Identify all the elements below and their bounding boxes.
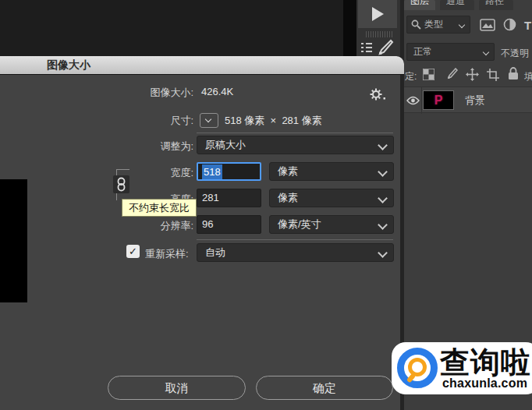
dialog-title: 图像大小 xyxy=(47,56,90,74)
constrain-bracket-bottom xyxy=(116,193,118,200)
canvas-edge xyxy=(343,0,356,56)
tab-paths[interactable]: 路径 xyxy=(479,0,513,10)
blend-mode-select[interactable]: 正常 xyxy=(406,43,495,61)
resolution-label: 分辨率: xyxy=(0,219,193,233)
fit-to-select[interactable]: 原稿大小 xyxy=(197,136,394,154)
layer-row-background[interactable]: P 背景 xyxy=(404,87,532,113)
divider xyxy=(421,87,422,114)
chevron-down-icon xyxy=(459,22,465,28)
check-icon: ✓ xyxy=(129,246,137,257)
dimensions-label: 尺寸: xyxy=(0,114,193,128)
eye-icon[interactable] xyxy=(406,96,420,105)
chevron-down-icon xyxy=(378,193,388,203)
lock-fill-label: 填 xyxy=(524,70,532,83)
layer-thumbnail-letter: P xyxy=(434,94,443,107)
magnifier-logo-icon xyxy=(397,348,438,388)
ok-button[interactable]: 确定 xyxy=(256,376,393,400)
panel-dock-strip xyxy=(356,0,400,56)
fit-to-label: 调整为: xyxy=(0,140,193,154)
text-filter-icon[interactable]: T xyxy=(524,19,531,32)
resample-label: 重新采样: xyxy=(145,247,189,261)
image-filter-icon[interactable] xyxy=(480,19,495,31)
tab-layers[interactable]: 图层 xyxy=(404,0,435,10)
dimensions-dropdown-button[interactable] xyxy=(200,113,218,128)
lock-label: 定: xyxy=(405,70,417,83)
cancel-button[interactable]: 取消 xyxy=(108,376,246,400)
blend-mode-value: 正常 xyxy=(413,44,432,60)
canvas-area xyxy=(0,0,343,56)
tab-channels-label: 通道 xyxy=(446,0,465,8)
link-icon xyxy=(117,177,126,192)
chevron-down-icon xyxy=(483,49,489,55)
lock-transparency-checkerboard-icon[interactable] xyxy=(423,69,434,80)
tab-paths-label: 路径 xyxy=(485,0,504,8)
tooltip: 不约束长宽比 xyxy=(122,199,197,217)
width-unit-value: 像素 xyxy=(278,163,298,180)
constrain-link-button[interactable] xyxy=(113,175,129,193)
image-size-label: 图像大小: xyxy=(0,86,193,100)
height-unit-value: 像素 xyxy=(278,189,298,207)
chevron-down-icon xyxy=(378,140,388,150)
cancel-button-label: 取消 xyxy=(165,381,189,394)
resample-value: 自动 xyxy=(205,244,225,261)
width-unit-select[interactable]: 像素 xyxy=(269,162,394,181)
adjustment-filter-icon[interactable] xyxy=(503,18,516,31)
tab-layers-label: 图层 xyxy=(410,0,429,8)
chevron-down-icon xyxy=(378,167,388,177)
width-label: 宽度: xyxy=(0,166,193,180)
tab-channels[interactable]: 通道 xyxy=(440,0,474,10)
resolution-input[interactable]: 96 xyxy=(197,215,261,234)
photoshop-window: 图层 通道 路径 类型 xyxy=(0,0,532,410)
layer-filter-kind-label: 类型 xyxy=(424,16,443,33)
lock-artboard-crop-icon[interactable] xyxy=(487,69,499,81)
chevron-down-icon xyxy=(205,116,211,122)
lock-all-lock-icon[interactable] xyxy=(508,67,519,80)
divider xyxy=(197,133,393,133)
resample-checkbox[interactable]: ✓ xyxy=(126,245,140,258)
layer-name: 背景 xyxy=(465,87,485,114)
brush-dock-icon[interactable] xyxy=(374,39,394,56)
dock-grip-handle[interactable] xyxy=(366,31,392,37)
height-input[interactable]: 281 xyxy=(197,189,261,207)
chevron-down-icon xyxy=(378,220,388,230)
properties-list-icon[interactable] xyxy=(360,41,375,55)
divider xyxy=(197,239,393,240)
layer-filter-kind-select[interactable]: 类型 xyxy=(406,16,470,34)
watermark-badge: 查询啦 chaxunla.com xyxy=(392,342,532,394)
resolution-unit-value: 像素/英寸 xyxy=(278,216,321,233)
play-actions-button[interactable] xyxy=(358,0,397,28)
tooltip-text: 不约束长宽比 xyxy=(129,202,190,214)
image-preview-fragment xyxy=(0,179,27,302)
resample-select[interactable]: 自动 xyxy=(197,243,394,262)
search-icon xyxy=(411,19,421,30)
lock-position-move-icon[interactable] xyxy=(466,68,479,81)
dimensions-value: 518 像素 × 281 像素 xyxy=(225,114,322,128)
dialog-titlebar[interactable]: 图像大小 xyxy=(0,56,404,75)
play-icon xyxy=(372,7,384,21)
image-size-value: 426.4K xyxy=(201,86,233,97)
opacity-label: 不透明 xyxy=(501,47,529,60)
chevron-down-icon xyxy=(378,248,388,258)
height-unit-select[interactable]: 像素 xyxy=(269,189,394,207)
resolution-unit-select[interactable]: 像素/英寸 xyxy=(269,215,394,234)
width-value: 518 xyxy=(202,164,222,179)
resolution-value: 96 xyxy=(202,216,213,233)
ok-button-label: 确定 xyxy=(313,381,336,394)
watermark-domain: chaxunla.com xyxy=(442,376,527,391)
width-input[interactable]: 518 xyxy=(197,162,261,181)
gear-icon[interactable] xyxy=(370,88,385,101)
height-value: 281 xyxy=(202,189,219,207)
lock-pixels-brush-icon[interactable] xyxy=(445,68,458,81)
fit-to-value: 原稿大小 xyxy=(205,136,246,154)
layer-thumbnail[interactable]: P xyxy=(423,90,454,110)
image-size-dialog: 图像大小: 426.4K 尺寸: 518 像素 × 281 像素 调整为: 原稿… xyxy=(0,75,400,410)
